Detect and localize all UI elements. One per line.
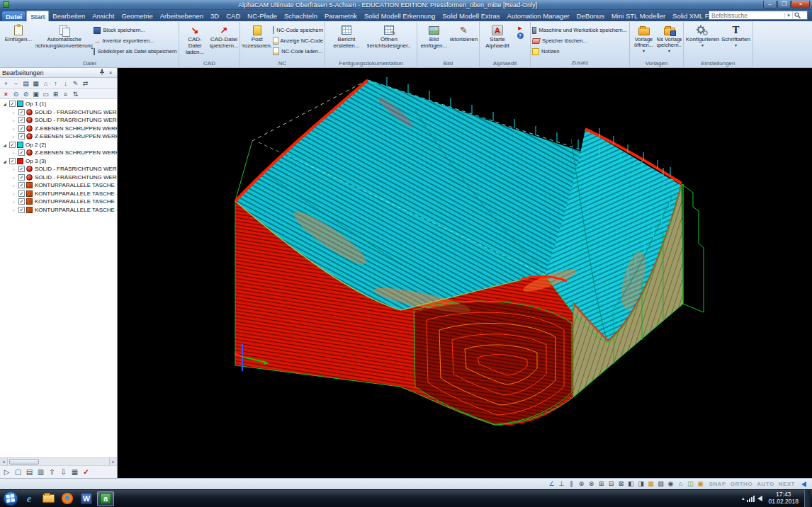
- sound-icon[interactable]: [801, 482, 806, 487]
- scroll-right-icon[interactable]: ▸: [109, 458, 117, 465]
- snap-box-icon[interactable]: ⊠: [616, 479, 626, 489]
- tree-item[interactable]: ◢✓Op 1 (1): [0, 100, 117, 108]
- bild-einfuegen-button[interactable]: Bild einfügen...: [419, 23, 449, 60]
- solid-icon[interactable]: ▣: [31, 89, 40, 98]
- stock-icon[interactable]: ▢: [13, 467, 23, 477]
- cad-datei-speichern-button[interactable]: ↗ CAD-Datei speichern...: [210, 23, 238, 60]
- maximize-button[interactable]: ❐: [777, 1, 791, 8]
- half-right-icon[interactable]: ◨: [636, 479, 646, 489]
- close-button[interactable]: ×: [791, 1, 810, 8]
- snap-center-icon[interactable]: ⊕: [577, 479, 587, 489]
- list-view-icon[interactable]: ▤: [21, 79, 30, 88]
- als-vorlage-speichern-button[interactable]: Als Vorlage speichern... ▾: [657, 23, 682, 60]
- square-icon[interactable]: ▣: [696, 479, 706, 489]
- tree-item[interactable]: ▹✓SOLID - FRÄSRICHTUNG WERKZE: [0, 173, 117, 182]
- checkbox[interactable]: ✓: [9, 142, 16, 148]
- tree-item[interactable]: ◢✓Op 2 (2): [0, 141, 117, 149]
- disable-icon[interactable]: ⊘: [21, 89, 30, 98]
- starte-alphaedit-button[interactable]: A Starte Alphaedit: [481, 23, 514, 60]
- expand-icon[interactable]: ▹: [11, 118, 17, 123]
- inventor-exportieren-button[interactable]: → Inventor exportieren...: [94, 36, 177, 45]
- help-icon[interactable]: ?: [517, 33, 524, 39]
- ribbon-tab[interactable]: CAD: [222, 11, 244, 21]
- search-dropdown-icon[interactable]: ▾: [784, 13, 792, 18]
- taskbar-alphacam[interactable]: a: [97, 491, 114, 506]
- notizen-button[interactable]: Notizen: [532, 47, 627, 56]
- mode-auto[interactable]: AUTO: [757, 481, 774, 487]
- ribbon-tab[interactable]: Solid Modell Erkennung: [361, 11, 439, 21]
- expand-icon[interactable]: ▹: [11, 150, 17, 155]
- zeichnungskonvertierung-button[interactable]: Automatische Zeichnungskonvertierung...: [35, 23, 94, 60]
- home-icon[interactable]: ⌂: [676, 479, 686, 489]
- grid-icon[interactable]: ▦: [646, 479, 656, 489]
- ribbon-tab[interactable]: DeBonus: [573, 11, 608, 21]
- tree-item[interactable]: ▹✓KONTURPARALLELE TASCHE - SCH: [0, 181, 117, 190]
- start-button[interactable]: [3, 491, 18, 506]
- panel-horizontal-scrollbar[interactable]: ◂ ▸: [0, 457, 117, 465]
- checkbox[interactable]: ✓: [18, 207, 25, 213]
- nc-code-speichern-button[interactable]: NC-Code speichern...: [273, 25, 323, 35]
- taskbar-internet-explorer[interactable]: e: [21, 491, 38, 506]
- ribbon-tab[interactable]: 3D: [207, 11, 222, 21]
- tree-item[interactable]: ▹✓SOLID - FRÄSRICHTUNG WERKZE: [0, 165, 117, 173]
- checkbox[interactable]: ✓: [18, 174, 25, 181]
- search-icon[interactable]: [792, 11, 801, 19]
- vorlage-oeffnen-button[interactable]: Vorlage öffnen... ▾: [631, 23, 656, 60]
- schriftarten-button[interactable]: T Schriftarten ▾: [721, 23, 751, 60]
- angle-icon[interactable]: ∠: [547, 479, 557, 489]
- scroll-left-icon[interactable]: ◂: [0, 458, 8, 465]
- move-down-icon[interactable]: ↓: [61, 79, 70, 88]
- mesh-icon[interactable]: ▦: [69, 467, 80, 477]
- flat-icon[interactable]: ▭: [41, 89, 50, 98]
- sort-icon[interactable]: ⇅: [71, 89, 80, 98]
- edit-icon[interactable]: ✎: [71, 79, 80, 88]
- lower-icon[interactable]: ⇩: [58, 467, 69, 477]
- taskbar-file-explorer[interactable]: [40, 491, 57, 506]
- checkbox[interactable]: ✓: [18, 198, 25, 205]
- ribbon-tab[interactable]: Automation Manager: [504, 11, 573, 21]
- expand-icon[interactable]: ◢: [1, 101, 8, 106]
- collapse-icon[interactable]: −: [11, 79, 21, 88]
- checkbox[interactable]: ✓: [9, 101, 16, 107]
- expand-icon[interactable]: ◢: [1, 159, 8, 164]
- reorder-icon[interactable]: ⇄: [81, 79, 90, 88]
- network-icon[interactable]: [747, 496, 755, 502]
- solidkoerper-abspeichern-button[interactable]: Solidkörper als Datei abspeichern...: [94, 47, 177, 56]
- search-input[interactable]: [709, 12, 784, 19]
- checkbox[interactable]: ✓: [18, 133, 25, 139]
- show-hidden-icons[interactable]: ▴: [742, 496, 745, 501]
- ribbon-tab[interactable]: Schachteln: [281, 11, 321, 21]
- expand-icon[interactable]: ▹: [11, 199, 17, 204]
- ribbon-tab[interactable]: Start: [26, 11, 49, 21]
- checkbox[interactable]: ✓: [18, 166, 25, 172]
- window-icon[interactable]: ◫: [686, 479, 696, 489]
- block-speichern-button[interactable]: Block speichern...: [94, 25, 177, 35]
- add-box-icon[interactable]: ⊞: [51, 89, 60, 98]
- grid-view-icon[interactable]: ▦: [31, 79, 40, 88]
- taskbar-firefox[interactable]: [59, 491, 76, 506]
- checkbox[interactable]: ✓: [18, 109, 25, 115]
- hatch-icon[interactable]: ▧: [656, 479, 666, 489]
- sheet-icon[interactable]: ▤: [24, 467, 35, 477]
- expand-icon[interactable]: ▹: [11, 134, 17, 139]
- speicher-loeschen-button[interactable]: Speicher löschen...: [532, 36, 627, 45]
- half-left-icon[interactable]: ◧: [626, 479, 636, 489]
- checkbox[interactable]: ✓: [9, 158, 16, 164]
- ribbon-tab[interactable]: Bearbeiten: [49, 11, 89, 21]
- ribbon-tab[interactable]: Datei: [1, 11, 26, 21]
- check-icon[interactable]: ✓: [81, 467, 91, 477]
- cad-datei-laden-button[interactable]: ↘ CAD-Datei laden...: [181, 23, 209, 60]
- ribbon-tab[interactable]: Mini STL Modeller: [608, 11, 669, 21]
- berichtsdesigner-button[interactable]: ✎ Öffnen Berichtsdesigner...: [367, 23, 411, 60]
- expand-icon[interactable]: ▹: [11, 191, 17, 196]
- layers-icon[interactable]: ≡: [61, 89, 70, 98]
- konfigurieren-button[interactable]: Konfigurieren ▾: [685, 23, 720, 60]
- ribbon-tab[interactable]: NC-Pfade: [244, 11, 281, 21]
- snap-intersection-icon[interactable]: ⊗: [587, 479, 597, 489]
- alphaedit-run-icon[interactable]: ▶: [518, 25, 521, 31]
- ribbon-tab[interactable]: Ansicht: [89, 11, 118, 21]
- minimize-button[interactable]: –: [763, 1, 777, 8]
- tree-item[interactable]: ▹✓Z-EBENEN SCHRUPPEN WERKZEU: [0, 125, 117, 133]
- panel-close-icon[interactable]: ×: [106, 69, 115, 76]
- scrollbar-thumb[interactable]: [9, 459, 39, 465]
